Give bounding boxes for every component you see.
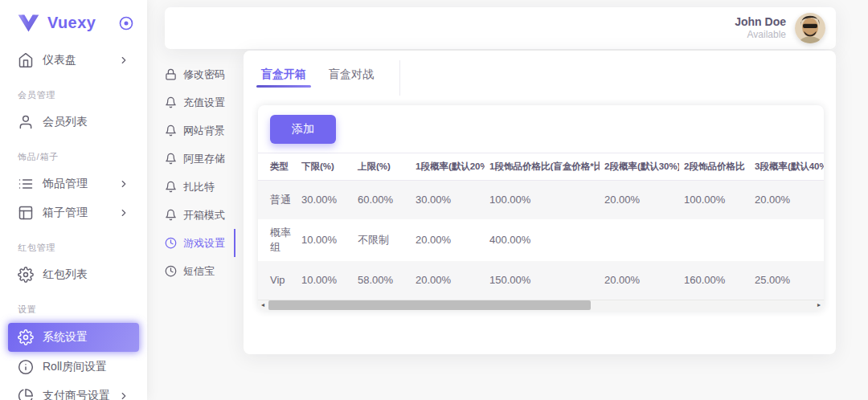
add-button[interactable]: 添加 [270, 115, 336, 144]
sidebar-item-dashboard[interactable]: 仪表盘 [8, 47, 139, 74]
cell: 30.00% [411, 181, 485, 219]
layout-icon [18, 205, 34, 221]
cell: 25.00% [750, 261, 824, 300]
bell-icon [165, 124, 177, 137]
user-icon [18, 114, 34, 130]
cell: 160.00% [679, 261, 750, 300]
sidebar-item-decor-mgmt[interactable]: 饰品管理 [8, 170, 139, 198]
sidebar: Vuexy 仪表盘 会员管理 [0, 0, 147, 400]
settings-menu-label: 开箱模式 [183, 208, 225, 222]
sidebar-item-label: 红包列表 [43, 267, 88, 282]
chevron-right-icon [118, 55, 129, 66]
chevron-right-icon [118, 390, 129, 400]
sidebar-item-label: 会员列表 [43, 115, 88, 129]
info-icon [18, 359, 34, 375]
section-label-decor-box: 饰品/箱子 [8, 137, 139, 169]
section-label-redpacket: 红包管理 [8, 228, 139, 259]
sidebar-item-label: 支付商号设置 [43, 389, 110, 400]
vuexy-logo-icon [18, 14, 39, 32]
user-status: Available [735, 29, 786, 41]
chevron-right-icon [118, 207, 129, 218]
sidebar-item-roll-room-settings[interactable]: Roll房间设置 [8, 353, 139, 381]
settings-menu-item-unbox-mode[interactable]: 开箱模式 [165, 201, 235, 229]
sidebar-item-label: 系统设置 [43, 330, 88, 345]
column-header-seg2-probability: 2段概率(默认30%) [600, 153, 679, 181]
settings-menu-item-game-settings[interactable]: 游戏设置 [165, 229, 235, 257]
cell: 20.00% [411, 219, 485, 261]
settings-menu-item-change-password[interactable]: 修改密码 [165, 60, 235, 88]
settings-menu-label: 修改密码 [183, 67, 225, 82]
settings-menu-label: 阿里存储 [183, 152, 225, 166]
cell: 20.00% [600, 181, 679, 219]
tab-blindbox-battle[interactable]: 盲盒对战 [327, 59, 375, 95]
bell-icon [165, 209, 177, 221]
scroll-left-arrow-icon[interactable]: ◂ [258, 300, 268, 311]
top-navbar: John Doe Available [165, 7, 836, 49]
probability-table: 类型 下限(%) 上限(%) 1段概率(默认20%) 1段饰品价格比(盲盒价格*… [258, 153, 824, 300]
cell: 58.00% [353, 261, 411, 300]
menu-collapse-toggle-icon[interactable] [118, 15, 134, 31]
settings-menu-item-site-background[interactable]: 网站背景 [165, 116, 235, 145]
cell: 20.00% [600, 261, 679, 300]
sidebar-item-label: 饰品管理 [43, 177, 88, 191]
settings-menu-item-sms-bao[interactable]: 短信宝 [165, 257, 235, 285]
bell-icon [165, 181, 177, 193]
tab-divider [399, 60, 400, 96]
settings-menu-label: 网站背景 [183, 124, 225, 138]
sidebar-item-payment-merchant-settings[interactable]: 支付商号设置 [8, 382, 139, 400]
column-header-lower-limit: 下限(%) [297, 153, 353, 181]
home-icon [18, 52, 34, 68]
sidebar-item-label: 仪表盘 [43, 53, 76, 67]
sidebar-item-member-list[interactable]: 会员列表 [8, 108, 139, 136]
scroll-right-arrow-icon[interactable]: ▸ [814, 300, 824, 311]
gear-icon [18, 267, 34, 283]
pie-chart-icon [18, 388, 34, 400]
cell [600, 219, 679, 261]
scrollbar-track[interactable] [268, 300, 814, 311]
scrollbar-thumb[interactable] [268, 300, 591, 310]
toolbar: 添加 [258, 105, 824, 153]
section-label-settings: 设置 [8, 290, 139, 321]
gear-icon [18, 329, 34, 345]
content-row: 修改密码 充值设置 网站背景 [165, 51, 836, 354]
settings-menu-item-zhabite[interactable]: 扎比特 [165, 173, 235, 201]
settings-menu: 修改密码 充值设置 网站背景 [165, 51, 235, 285]
brand-name: Vuexy [47, 14, 118, 32]
cell: 150.00% [485, 261, 600, 300]
avatar[interactable] [795, 13, 825, 43]
logo-row: Vuexy [0, 0, 147, 42]
cell [679, 219, 750, 261]
sidebar-item-redpacket-list[interactable]: 红包列表 [8, 261, 139, 288]
column-header-type: 类型 [258, 153, 297, 181]
settings-menu-label: 游戏设置 [183, 236, 225, 251]
tab-blindbox-open[interactable]: 盲盒开箱 [260, 59, 308, 95]
sidebar-item-box-mgmt[interactable]: 箱子管理 [8, 199, 139, 227]
cell: 100.00% [485, 181, 600, 219]
bell-icon [165, 153, 177, 165]
sidebar-nav: 仪表盘 会员管理 会员列表 饰品/箱子 饰品管理 [0, 42, 147, 400]
settings-menu-item-ali-storage[interactable]: 阿里存储 [165, 145, 235, 173]
cell: 400.00% [485, 219, 600, 261]
content-area: John Doe Available [147, 0, 868, 400]
column-header-upper-limit: 上限(%) [353, 153, 411, 181]
clock-icon [165, 265, 177, 277]
cell: 60.00% [353, 181, 411, 219]
column-header-seg1-price-ratio: 1段饰品价格比(盲盒价格*比例) [485, 153, 600, 181]
settings-menu-label: 短信宝 [183, 264, 215, 279]
cell: 10.00% [297, 261, 353, 300]
cell: 20.00% [411, 261, 485, 300]
settings-menu-item-recharge[interactable]: 充值设置 [165, 88, 235, 116]
sidebar-item-label: 箱子管理 [43, 206, 88, 220]
user-name: John Doe [735, 15, 786, 30]
user-block: John Doe Available [735, 15, 786, 42]
cell: 30.00% [297, 181, 353, 219]
sidebar-item-system-settings[interactable]: 系统设置 [8, 323, 139, 352]
horizontal-scrollbar[interactable]: ◂ ▸ [258, 300, 824, 311]
cell: 普通 [258, 181, 297, 219]
cell: 10.00% [297, 219, 353, 261]
chevron-right-icon [118, 178, 129, 190]
table-header: 类型 下限(%) 上限(%) 1段概率(默认20%) 1段饰品价格比(盲盒价格*… [258, 153, 824, 181]
table-row: 概率组 10.00% 不限制 20.00% 400.00% [258, 219, 824, 261]
cell: 不限制 [353, 219, 411, 261]
cell: 20.00% [750, 181, 824, 219]
